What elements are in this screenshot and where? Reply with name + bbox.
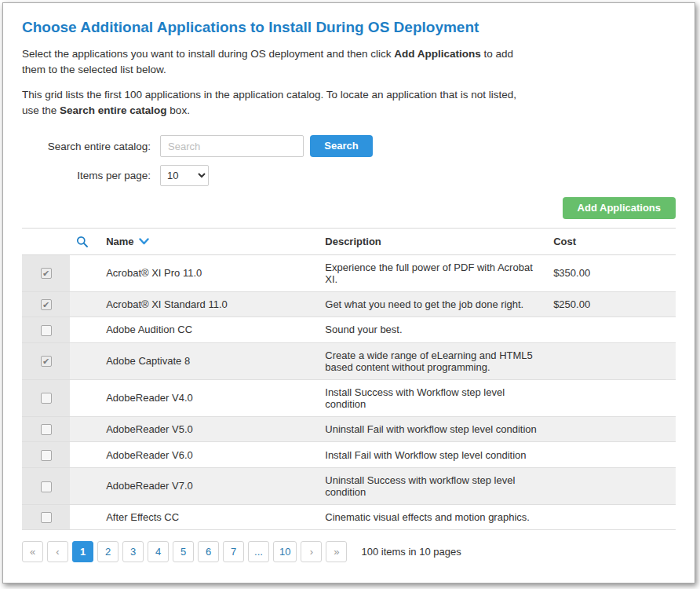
row-checkbox[interactable] [41, 325, 52, 336]
app-name: AdobeReader V7.0 [100, 467, 319, 504]
app-cost: $250.00 [547, 291, 676, 317]
last-page-button[interactable]: » [326, 541, 347, 562]
checkbox-cell [22, 442, 70, 468]
app-name: After Effects CC [100, 504, 319, 530]
app-cost [547, 317, 676, 343]
app-cost [547, 442, 676, 468]
first-page-button[interactable]: « [22, 541, 43, 562]
intro-2-post: box. [167, 104, 190, 116]
row-checkbox[interactable]: ✔ [41, 268, 52, 279]
page-button-2[interactable]: 2 [97, 541, 118, 562]
checkbox-cell: ✔ [22, 254, 70, 291]
row-checkbox[interactable]: ✔ [41, 299, 52, 310]
page-button-10[interactable]: 10 [273, 541, 297, 562]
app-name: Adobe Captivate 8 [100, 342, 319, 379]
checkbox-cell [22, 317, 70, 343]
items-per-page-label: Items per page: [22, 170, 160, 181]
select-column-header [22, 229, 70, 255]
app-name: Acrobat® XI Standard 11.0 [100, 291, 319, 317]
detail-cell [70, 254, 100, 291]
checkbox-cell: ✔ [22, 291, 70, 317]
table-row: AdobeReader V7.0Uninstall Success with w… [22, 467, 676, 504]
search-input[interactable] [160, 135, 304, 157]
search-row: Search entire catalog: Search [22, 135, 676, 157]
app-table-body: ✔Acrobat® XI Pro 11.0Experience the full… [22, 254, 676, 530]
filter-column-header [70, 229, 100, 255]
name-column-header[interactable]: Name [100, 229, 319, 255]
app-name: Adobe Audition CC [100, 317, 319, 343]
pagination: «‹1234567...10›» 100 items in 10 pages [22, 541, 676, 562]
row-checkbox[interactable] [41, 393, 52, 404]
page-button-4[interactable]: 4 [148, 541, 169, 562]
detail-cell [70, 317, 100, 343]
table-row: AdobeReader V4.0Install Success with Wor… [22, 379, 676, 416]
app-description: Get what you need to get the job done ri… [319, 291, 547, 317]
search-icon[interactable] [76, 236, 89, 248]
intro-1-pre: Select the applications you want to inst… [22, 48, 394, 60]
pagination-controls: «‹1234567...10›» [22, 541, 351, 562]
table-row: AdobeReader V6.0Install Fail with Workfl… [22, 442, 676, 468]
table-row: AdobeReader V5.0Uninstall Fail with work… [22, 416, 676, 442]
page-button-5[interactable]: 5 [173, 541, 194, 562]
next-page-button[interactable]: › [301, 541, 322, 562]
cost-column-header[interactable]: Cost [547, 229, 676, 255]
add-applications-row: Add Applications [22, 197, 676, 219]
detail-cell [70, 291, 100, 317]
app-cost [547, 504, 676, 530]
table-row: ✔Adobe Captivate 8Create a wide range of… [22, 342, 676, 379]
app-cost [547, 342, 676, 379]
pagination-summary: 100 items in 10 pages [361, 546, 461, 558]
page-button-7[interactable]: 7 [223, 541, 244, 562]
app-cost [547, 467, 676, 504]
search-form: Search entire catalog: Search Items per … [22, 135, 676, 186]
detail-cell [70, 379, 100, 416]
table-row: ✔Acrobat® XI Standard 11.0Get what you n… [22, 291, 676, 317]
app-description: Uninstall Success with workflow step lev… [319, 467, 547, 504]
row-checkbox[interactable] [41, 450, 52, 461]
app-name: AdobeReader V4.0 [100, 379, 319, 416]
row-checkbox[interactable]: ✔ [41, 356, 52, 367]
prev-page-button[interactable]: ‹ [47, 541, 68, 562]
app-description: Install Fail with Workflow step level co… [319, 442, 547, 468]
app-name: AdobeReader V5.0 [100, 416, 319, 442]
checkbox-cell [22, 416, 70, 442]
applications-table: Name Description Cost ✔Acrobat® XI Pro 1… [22, 228, 676, 530]
checkbox-cell [22, 504, 70, 530]
app-cost [547, 379, 676, 416]
intro-1-bold: Add Applications [394, 48, 481, 60]
items-per-page-select[interactable]: 10 [160, 165, 209, 186]
detail-cell [70, 504, 100, 530]
page-title: Choose Additional Applications to Instal… [22, 19, 676, 36]
row-checkbox[interactable] [41, 424, 52, 435]
detail-cell [70, 342, 100, 379]
checkbox-cell [22, 467, 70, 504]
app-description: Experience the full power of PDF with Ac… [319, 254, 547, 291]
row-checkbox[interactable] [41, 512, 52, 523]
app-name: Acrobat® XI Pro 11.0 [100, 254, 319, 291]
app-description: Uninstall Fail with workflow step level … [319, 416, 547, 442]
checkbox-cell [22, 379, 70, 416]
checkbox-cell: ✔ [22, 342, 70, 379]
app-cost [547, 416, 676, 442]
table-row: ✔Acrobat® XI Pro 11.0Experience the full… [22, 254, 676, 291]
row-checkbox[interactable] [41, 481, 52, 492]
sort-desc-icon [139, 238, 149, 245]
detail-cell [70, 467, 100, 504]
dialog-panel: Choose Additional Applications to Instal… [2, 2, 695, 584]
table-row: Adobe Audition CCSound your best. [22, 317, 676, 343]
intro-2-bold: Search entire catalog [60, 104, 167, 116]
detail-cell [70, 416, 100, 442]
add-applications-button[interactable]: Add Applications [563, 197, 676, 219]
app-cost: $350.00 [547, 254, 676, 291]
intro-paragraph-1: Select the applications you want to inst… [22, 46, 536, 79]
page-ellipsis-button[interactable]: ... [248, 541, 269, 562]
table-row: After Effects CCCinematic visual effects… [22, 504, 676, 530]
page-button-1[interactable]: 1 [72, 541, 93, 562]
description-column-header[interactable]: Description [319, 229, 547, 255]
search-button[interactable]: Search [310, 135, 373, 157]
app-description: Cinematic visual effects and motion grap… [319, 504, 547, 530]
name-header-label: Name [106, 236, 133, 247]
page-button-3[interactable]: 3 [122, 541, 144, 562]
app-description: Create a wide range of eLearning and HTM… [319, 342, 547, 379]
page-button-6[interactable]: 6 [198, 541, 219, 562]
